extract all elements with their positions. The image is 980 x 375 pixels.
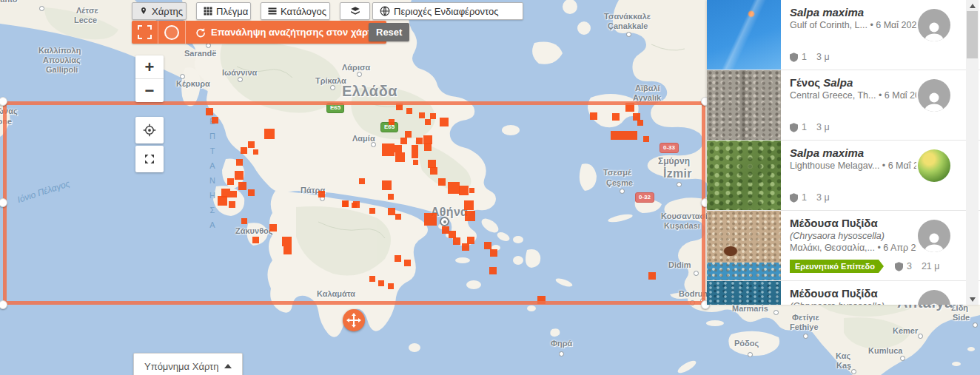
observation-photo[interactable] bbox=[707, 0, 781, 70]
observation-grid-cell[interactable] bbox=[413, 160, 418, 165]
observation-grid-cell[interactable] bbox=[227, 178, 234, 185]
observation-grid-cell[interactable] bbox=[440, 118, 449, 126]
observation-grid-cell[interactable] bbox=[389, 119, 395, 125]
avatar[interactable] bbox=[918, 220, 950, 252]
avatar[interactable] bbox=[918, 290, 950, 305]
observation-grid-cell[interactable] bbox=[395, 152, 405, 162]
observation-grid-cell[interactable] bbox=[395, 255, 401, 262]
observation-grid-cell[interactable] bbox=[395, 214, 401, 220]
observation-grid-cell[interactable] bbox=[229, 201, 235, 208]
observation-grid-cell[interactable] bbox=[206, 108, 213, 115]
observation-grid-cell[interactable] bbox=[382, 180, 392, 190]
observation-grid-cell[interactable] bbox=[404, 260, 411, 266]
observation-grid-cell[interactable] bbox=[382, 143, 395, 156]
observation-grid-cell[interactable] bbox=[453, 237, 460, 245]
observation-grid-cell[interactable] bbox=[625, 103, 634, 112]
zoom-out-button[interactable]: − bbox=[135, 79, 164, 102]
observation-taxon-name[interactable]: Salpa maxima bbox=[790, 146, 916, 160]
scroll-up-button[interactable] bbox=[966, 0, 979, 11]
redo-search-button[interactable]: Επανάληψη αναζήτησης στον χάρτη bbox=[185, 21, 386, 44]
reset-button[interactable]: Reset bbox=[369, 23, 409, 41]
observation-grid-cell[interactable] bbox=[238, 182, 246, 190]
observation-grid-cell[interactable] bbox=[648, 272, 656, 280]
observation-grid-cell[interactable] bbox=[406, 108, 412, 114]
observation-grid-cell[interactable] bbox=[318, 191, 325, 197]
observation-grid-cell[interactable] bbox=[388, 208, 395, 215]
observation-grid-cell[interactable] bbox=[264, 129, 275, 139]
observation-taxon-name[interactable]: Γένος Salpa bbox=[790, 76, 916, 89]
observation-grid-cell[interactable] bbox=[643, 136, 649, 142]
panel-scrollbar[interactable] bbox=[966, 0, 979, 305]
observation-grid-cell[interactable] bbox=[412, 145, 418, 152]
selection-move-handle[interactable] bbox=[343, 309, 365, 331]
observation-grid-cell[interactable] bbox=[378, 280, 384, 286]
observation-grid-cell[interactable] bbox=[395, 145, 402, 152]
observation-taxon-name[interactable]: Μέδουσα Πυξίδα bbox=[790, 217, 916, 230]
observation-card[interactable]: Γένος Salpa Central Greece, Th... • 6 Μα… bbox=[707, 70, 980, 141]
observation-grid-cell[interactable] bbox=[419, 112, 425, 118]
observation-grid-cell[interactable] bbox=[424, 143, 432, 151]
observation-grid-cell[interactable] bbox=[252, 237, 259, 243]
observation-grid-cell[interactable] bbox=[430, 113, 436, 119]
tab-grid[interactable]: Πλέγμα bbox=[196, 2, 251, 20]
observation-grid-cell[interactable] bbox=[465, 211, 475, 221]
observation-grid-cell[interactable] bbox=[467, 237, 474, 244]
observation-grid-cell[interactable] bbox=[269, 224, 277, 232]
avatar[interactable] bbox=[918, 149, 950, 182]
observation-grid-cell[interactable] bbox=[425, 119, 431, 125]
scroll-down-button[interactable] bbox=[966, 294, 979, 305]
observation-grid-cell[interactable] bbox=[218, 196, 227, 206]
observation-grid-cell[interactable] bbox=[388, 194, 394, 200]
tab-list[interactable]: Κατάλογος bbox=[261, 2, 330, 20]
observation-card[interactable]: Μέδουσα Πυξίδα (Chrysaora hysoscella) Μα… bbox=[707, 211, 980, 281]
observation-grid-cell[interactable] bbox=[430, 167, 437, 175]
observation-grid-cell[interactable] bbox=[405, 131, 412, 138]
observation-grid-cell[interactable] bbox=[537, 296, 546, 304]
circle-select-button[interactable] bbox=[158, 21, 185, 44]
observation-grid-cell[interactable] bbox=[282, 237, 292, 246]
observation-grid-cell[interactable] bbox=[590, 112, 597, 120]
avatar[interactable] bbox=[918, 79, 950, 112]
observation-grid-cell[interactable] bbox=[343, 201, 349, 207]
observation-photo[interactable] bbox=[707, 281, 781, 305]
observation-grid-cell[interactable] bbox=[352, 203, 357, 208]
observation-grid-cell[interactable] bbox=[359, 178, 365, 184]
observation-taxon-name[interactable]: Salpa maxima bbox=[790, 6, 916, 19]
observation-grid-cell[interactable] bbox=[400, 138, 407, 144]
observation-grid-cell[interactable] bbox=[438, 178, 446, 186]
observation-grid-cell[interactable] bbox=[212, 117, 218, 124]
observation-grid-cell[interactable] bbox=[248, 189, 255, 196]
observation-photo[interactable] bbox=[707, 141, 781, 210]
observation-grid-cell[interactable] bbox=[388, 283, 394, 289]
observation-card[interactable]: Salpa maxima Lighthouse Melagav... • 6 Μ… bbox=[707, 141, 980, 211]
observation-grid-cell[interactable] bbox=[464, 200, 474, 210]
observation-grid-cell[interactable] bbox=[248, 141, 255, 148]
rectangle-select-button[interactable] bbox=[132, 21, 158, 44]
observation-photo[interactable] bbox=[707, 211, 781, 280]
fullscreen-button[interactable] bbox=[135, 146, 164, 172]
observation-grid-cell[interactable] bbox=[459, 186, 469, 195]
observation-grid-cell[interactable] bbox=[369, 208, 375, 214]
map-legend-toggle[interactable]: Υπόμνημα Χάρτη bbox=[133, 353, 243, 375]
observation-card[interactable]: Μέδουσα Πυξίδα (Chrysaora hysoscella) bbox=[707, 281, 980, 305]
observation-grid-cell[interactable] bbox=[230, 191, 237, 197]
observation-grid-cell[interactable] bbox=[283, 246, 292, 254]
observation-grid-cell[interactable] bbox=[416, 138, 423, 144]
tab-map[interactable]: Χάρτης bbox=[132, 2, 187, 20]
observation-grid-cell[interactable] bbox=[490, 249, 497, 257]
zoom-in-button[interactable]: + bbox=[135, 55, 164, 79]
observation-grid-cell[interactable] bbox=[620, 131, 628, 140]
observation-photo[interactable] bbox=[707, 70, 781, 140]
observation-card[interactable]: Salpa maxima Gulf of Corinth, L... • 6 Μ… bbox=[707, 0, 980, 70]
observation-grid-cell[interactable] bbox=[241, 147, 247, 154]
observation-grid-cell[interactable] bbox=[235, 171, 244, 180]
observation-grid-cell[interactable] bbox=[469, 188, 474, 193]
observation-grid-cell[interactable] bbox=[424, 213, 437, 226]
scrollbar-thumb[interactable] bbox=[967, 11, 978, 58]
observation-grid-cell[interactable] bbox=[412, 152, 418, 158]
observation-grid-cell[interactable] bbox=[396, 104, 403, 110]
observation-grid-cell[interactable] bbox=[236, 159, 243, 166]
observation-grid-cell[interactable] bbox=[489, 267, 497, 274]
observation-grid-cell[interactable] bbox=[369, 276, 375, 282]
observation-grid-cell[interactable] bbox=[484, 242, 491, 249]
